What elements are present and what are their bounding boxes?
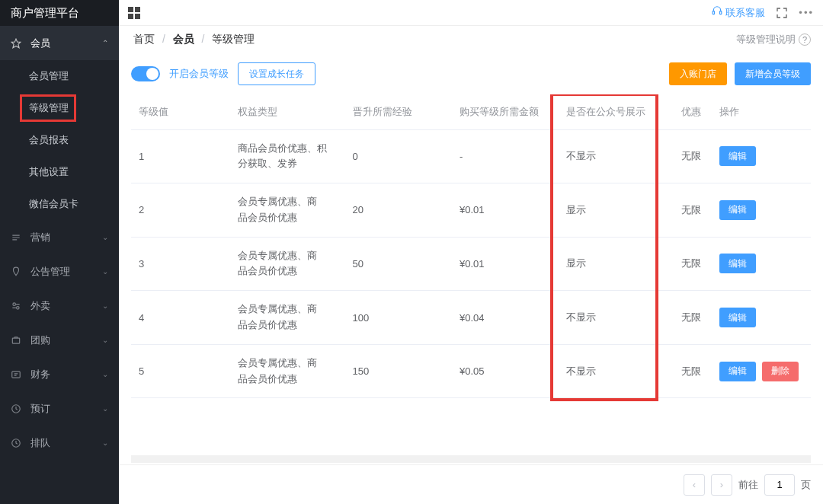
nav-label: 财务	[30, 368, 102, 381]
cell: 会员专属优惠、商品会员价优惠	[230, 183, 344, 238]
svg-rect-4	[12, 371, 21, 377]
enable-level-switch[interactable]	[131, 66, 160, 81]
ops-cell: 编辑	[712, 291, 811, 345]
chevron-down-icon: ⌄	[102, 233, 108, 241]
chevron-down-icon: ⌄	[102, 267, 108, 276]
col-header: 购买等级所需金额	[452, 94, 559, 129]
nav-member[interactable]: 会员 ⌃	[0, 26, 119, 60]
table-row: 1商品会员价优惠、积分获取、发券0-不显示无限编辑	[131, 129, 811, 183]
cell: 不显示	[559, 291, 673, 345]
nav-label: 营销	[30, 231, 102, 244]
col-header: 等级值	[131, 94, 230, 129]
cell: ¥0.05	[452, 344, 559, 398]
contact-support-link[interactable]: 联系客服	[712, 5, 765, 20]
nav-item-4[interactable]: 财务⌄	[0, 357, 119, 391]
nav-item-2[interactable]: 外卖⌄	[0, 289, 119, 323]
cell: 50	[345, 237, 452, 291]
nav-member-sub: 会员管理 等级管理 会员报表 其他设置 微信会员卡	[0, 60, 119, 220]
nav-item-5[interactable]: 预订⌄	[0, 391, 119, 426]
crumb-home[interactable]: 首页	[133, 33, 155, 45]
headset-icon	[712, 5, 722, 16]
fullscreen-icon[interactable]	[776, 7, 788, 19]
edit-button[interactable]: 编辑	[719, 254, 756, 273]
svg-rect-8	[720, 11, 722, 14]
delete-button[interactable]: 删除	[762, 362, 799, 381]
cell: 不显示	[559, 344, 673, 398]
chevron-down-icon: ⌄	[102, 439, 108, 447]
sidebar-item-other-settings[interactable]: 其他设置	[0, 156, 119, 188]
cell: 显示	[559, 183, 673, 238]
nav-item-1[interactable]: 公告管理⌄	[0, 254, 119, 289]
prev-page-button[interactable]: ‹	[684, 474, 705, 496]
edit-button[interactable]: 编辑	[719, 146, 756, 166]
nav-icon	[11, 301, 24, 311]
edit-button[interactable]: 编辑	[719, 308, 756, 327]
chevron-down-icon: ⌄	[102, 370, 108, 378]
growth-task-button[interactable]: 设置成长任务	[238, 62, 315, 85]
sidebar: 商户管理平台 会员 ⌃ 会员管理 等级管理 会员报表 其他设置 微信会员卡 营销…	[0, 0, 119, 504]
cell: 5	[131, 344, 230, 398]
col-header: 晋升所需经验	[345, 94, 452, 129]
pagination: ‹ › 前往 页	[119, 464, 823, 504]
next-page-button[interactable]: ›	[711, 474, 732, 496]
ops-cell: 编辑删除	[712, 344, 811, 398]
svg-rect-3	[12, 338, 19, 343]
pager-page-input[interactable]	[764, 474, 795, 496]
level-table: 等级值权益类型晋升所需经验购买等级所需金额是否在公众号展示优惠操作 1商品会员价…	[131, 94, 811, 398]
edit-button[interactable]: 编辑	[719, 200, 756, 220]
pager-goto-label: 前往	[738, 478, 758, 492]
chevron-down-icon: ⌄	[102, 404, 108, 413]
nav-item-6[interactable]: 排队⌄	[0, 426, 119, 460]
cell: 会员专属优惠、商品会员价优惠	[230, 344, 344, 398]
nav-label: 会员	[30, 37, 102, 50]
cell: 4	[131, 291, 230, 345]
breadcrumb: 首页 / 会员 / 等级管理 等级管理说明 ?	[119, 26, 823, 53]
col-header: 是否在公众号展示	[559, 94, 673, 129]
toolbar: 开启会员等级 设置成长任务 入账门店 新增会员等级	[119, 53, 823, 94]
cell: 会员专属优惠、商品会员价优惠	[230, 291, 344, 345]
help-link[interactable]: 等级管理说明 ?	[736, 33, 811, 46]
cell: 无限	[674, 291, 712, 345]
sidebar-item-member-manage[interactable]: 会员管理	[0, 60, 119, 92]
sidebar-item-wechat-card[interactable]: 微信会员卡	[0, 188, 119, 220]
horizontal-scrollbar[interactable]	[119, 455, 823, 464]
ops-cell: 编辑	[712, 183, 811, 238]
nav-icon	[11, 404, 24, 414]
col-header: 权益类型	[230, 94, 344, 129]
col-header: 优惠	[674, 94, 712, 129]
more-icon[interactable]: •••	[799, 7, 814, 18]
cell: 3	[131, 237, 230, 291]
nav-label: 外卖	[30, 299, 102, 313]
cell: 无限	[674, 237, 712, 291]
table-container: 等级值权益类型晋升所需经验购买等级所需金额是否在公众号展示优惠操作 1商品会员价…	[119, 94, 823, 455]
apps-icon[interactable]	[128, 7, 140, 19]
switch-label: 开启会员等级	[169, 67, 229, 81]
nav-label: 排队	[30, 436, 102, 450]
brand-title: 商户管理平台	[0, 0, 119, 26]
cell: ¥0.01	[452, 237, 559, 291]
crumb-section[interactable]: 会员	[173, 33, 194, 45]
cell: 150	[345, 344, 452, 398]
pager-unit-label: 页	[801, 478, 811, 492]
crumb-page: 等级管理	[212, 33, 255, 45]
cell: ¥0.04	[452, 291, 559, 345]
col-header: 操作	[712, 94, 811, 129]
cell: 2	[131, 183, 230, 238]
cell: 0	[345, 129, 452, 183]
cell: 100	[345, 291, 452, 345]
add-level-button[interactable]: 新增会员等级	[735, 62, 811, 85]
nav-icon	[11, 266, 24, 277]
edit-button[interactable]: 编辑	[719, 362, 756, 381]
sidebar-item-level-manage[interactable]: 等级管理	[0, 92, 119, 124]
checkin-store-button[interactable]: 入账门店	[669, 62, 727, 85]
nav-item-3[interactable]: 团购⌄	[0, 323, 119, 357]
sidebar-item-member-report[interactable]: 会员报表	[0, 124, 119, 156]
cell: -	[452, 129, 559, 183]
nav-icon	[11, 438, 24, 448]
nav-item-0[interactable]: 营销⌄	[0, 220, 119, 254]
nav-label: 团购	[30, 333, 102, 347]
cell: 不显示	[559, 129, 673, 183]
nav-label: 公告管理	[30, 265, 102, 279]
cell: 会员专属优惠、商品会员价优惠	[230, 237, 344, 291]
topbar: 联系客服 •••	[119, 0, 823, 26]
